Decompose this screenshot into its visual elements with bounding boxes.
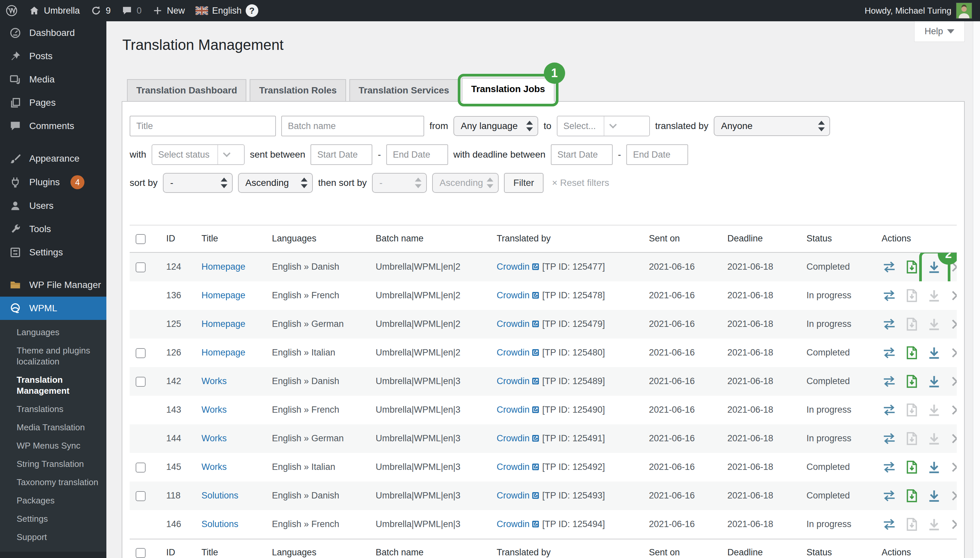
comments-menu[interactable]: 0 [116,0,147,21]
wpml-submenu-item[interactable]: Theme and plugins localization [0,341,107,371]
download-xliff-icon[interactable] [904,488,919,504]
cancel-job-icon[interactable] [949,374,957,389]
select-all-checkbox[interactable] [136,234,146,244]
then-sort-order-select[interactable]: Ascending [432,173,499,193]
translator-link[interactable]: Crowdin [497,376,529,386]
sort-order-select[interactable]: Ascending [238,173,313,193]
translator-link[interactable]: Crowdin [497,348,529,358]
status-select[interactable]: Select status [152,144,245,165]
help-circle-icon[interactable] [246,4,258,17]
row-checkbox[interactable] [136,463,146,473]
sent-start-date-input[interactable] [310,144,372,165]
job-title-link[interactable]: Solutions [202,519,238,529]
to-language-select[interactable]: Select... [557,116,650,136]
download-xliff-icon[interactable] [904,402,919,418]
wpml-submenu-item[interactable]: Taxonomy translation [0,473,107,491]
translator-link[interactable]: Crowdin [497,405,529,415]
download-translation-icon[interactable] [926,517,942,532]
cancel-job-icon[interactable] [949,317,957,332]
avatar[interactable] [956,3,972,19]
translator-link[interactable]: Crowdin [497,262,529,272]
download-xliff-icon[interactable] [904,431,919,446]
select-all-checkbox[interactable] [136,548,146,558]
cancel-job-icon[interactable] [949,517,957,532]
sidebar-item-comments[interactable]: Comments [0,114,107,138]
download-translation-icon[interactable] [926,402,942,418]
row-checkbox[interactable] [136,263,146,272]
sidebar-item-appearance[interactable]: Appearance [0,147,107,170]
download-translation-icon[interactable] [926,431,942,446]
translator-link[interactable]: Crowdin [497,433,529,443]
deadline-end-date-input[interactable] [626,144,688,165]
translated-by-select[interactable]: Anyone [714,116,830,136]
cancel-job-icon[interactable] [949,288,957,303]
download-xliff-icon[interactable] [904,345,919,361]
sidebar-item-tools[interactable]: Tools [0,217,107,241]
download-translation-icon[interactable] [926,317,942,332]
from-language-select[interactable]: Any language [454,116,538,136]
sidebar-item-posts[interactable]: Posts [0,44,107,68]
cancel-job-icon[interactable] [949,488,957,504]
download-translation-icon[interactable] [926,288,942,303]
job-title-link[interactable]: Works [202,376,227,386]
translator-link[interactable]: Crowdin [497,462,529,472]
translator-link[interactable]: Crowdin [497,519,529,529]
sync-translation-icon[interactable] [882,460,897,475]
download-translation-icon[interactable] [926,374,942,389]
row-checkbox[interactable] [136,377,146,387]
sync-translation-icon[interactable] [882,345,897,361]
reset-filters-link[interactable]: × Reset filters [552,177,610,188]
sync-translation-icon[interactable] [882,402,897,418]
wpml-submenu-item[interactable]: String Translation [0,455,107,473]
deadline-start-date-input[interactable] [551,144,613,165]
cancel-job-icon[interactable] [949,460,957,475]
row-checkbox[interactable] [136,491,146,501]
translator-link[interactable]: Crowdin [497,290,529,300]
translator-link[interactable]: Crowdin [497,491,529,501]
wpml-submenu-item[interactable]: WP Menus Sync [0,437,107,455]
cancel-job-icon[interactable] [949,402,957,418]
wpml-submenu-item[interactable]: Support [0,528,107,547]
sync-translation-icon[interactable] [882,259,897,275]
sync-translation-icon[interactable] [882,517,897,532]
download-translation-icon[interactable] [926,460,942,475]
updates-menu[interactable]: 9 [85,0,116,21]
cancel-job-icon[interactable] [949,431,957,446]
row-checkbox[interactable] [136,348,146,358]
job-title-link[interactable]: Homepage [202,290,245,300]
sidebar-item-users[interactable]: Users [0,194,107,217]
download-xliff-icon[interactable] [904,374,919,389]
download-xliff-icon[interactable] [904,317,919,332]
tab-translation-dashboard[interactable]: Translation Dashboard [127,79,246,102]
download-translation-icon[interactable]: 2 [926,259,942,275]
translator-link[interactable]: Crowdin [497,319,529,329]
sidebar-item-wpml[interactable]: WPML [0,297,107,320]
job-title-link[interactable]: Works [202,405,227,415]
sync-translation-icon[interactable] [882,374,897,389]
sidebar-item-dashboard[interactable]: Dashboard [0,21,107,44]
tab-translation-jobs[interactable]: Translation Jobs [462,78,554,102]
wpml-submenu-item[interactable]: Languages [0,323,107,341]
sync-translation-icon[interactable] [882,431,897,446]
sidebar-item-wp-file-manager[interactable]: WP File Manager [0,273,107,297]
sidebar-item-pages[interactable]: Pages [0,91,107,114]
job-title-link[interactable]: Homepage [202,348,245,358]
wpml-submenu-item[interactable]: Packages [0,491,107,510]
help-button[interactable]: Help [914,21,965,42]
job-title-link[interactable]: Homepage [202,319,245,329]
sync-translation-icon[interactable] [882,317,897,332]
howdy-text[interactable]: Howdy, Michael Turing [865,6,951,16]
tab-translation-roles[interactable]: Translation Roles [250,79,346,102]
wpml-submenu-item[interactable]: Settings [0,510,107,528]
download-xliff-icon[interactable] [904,288,919,303]
sync-translation-icon[interactable] [882,488,897,504]
filter-button[interactable]: Filter [504,173,543,193]
sync-translation-icon[interactable] [882,288,897,303]
new-content-menu[interactable]: New [147,0,190,21]
download-xliff-icon[interactable] [904,259,919,275]
then-sort-by-select[interactable]: - [372,173,427,193]
job-title-link[interactable]: Solutions [202,491,238,501]
wpml-submenu-item[interactable]: Media Translation [0,419,107,437]
sidebar-item-plugins[interactable]: Plugins 4 [0,170,107,194]
wordpress-logo-icon[interactable] [0,0,23,21]
